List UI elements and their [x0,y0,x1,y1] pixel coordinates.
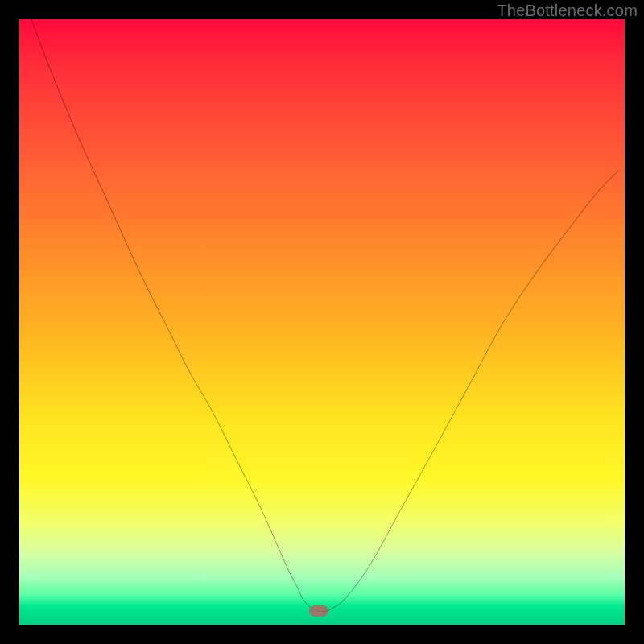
chart-stage: TheBottleneck.com [0,0,644,644]
bottleneck-marker [309,605,328,617]
watermark-text: TheBottleneck.com [497,2,638,20]
plot-area [19,19,625,625]
bottleneck-curve [19,19,625,625]
